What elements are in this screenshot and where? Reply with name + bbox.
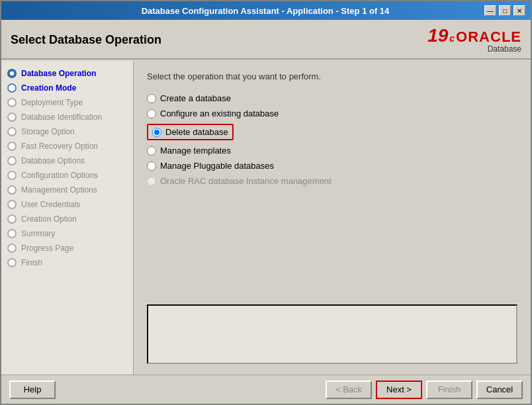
content-area: Database Operation Creation Mode Deploym…	[1, 61, 531, 375]
main-content: Select the operation that you want to pe…	[134, 61, 531, 375]
sidebar-item-summary: Summary	[1, 226, 133, 241]
minimize-button[interactable]: —	[484, 5, 496, 16]
step-icon-creation-mode	[7, 83, 17, 93]
radio-oracle-rac-label: Oracle RAC database Instance management	[160, 176, 332, 186]
finish-button[interactable]: Finish	[426, 381, 472, 399]
main-description: Select the operation that you want to pe…	[147, 71, 517, 81]
oracle-subtitle: Database	[488, 45, 521, 53]
sidebar-item-creation-option: Creation Option	[1, 212, 133, 226]
step-icon-database-operation	[7, 68, 17, 79]
maximize-button[interactable]: □	[499, 5, 511, 16]
radio-create-database-label[interactable]: Create a database	[160, 93, 231, 103]
bottom-left: Help	[9, 381, 56, 399]
radio-configure-database-input[interactable]	[147, 109, 156, 118]
page-title: Select Database Operation	[11, 33, 161, 47]
step-icon-user-credentials	[7, 199, 17, 210]
sidebar-item-deployment-type: Deployment Type	[1, 95, 133, 110]
step-icon-database-identification	[7, 112, 17, 122]
window-controls: — □ ✕	[484, 5, 525, 16]
sidebar-item-fast-recovery: Fast Recovery Option	[1, 139, 133, 154]
help-button[interactable]: Help	[9, 381, 56, 399]
sidebar-label-fast-recovery: Fast Recovery Option	[21, 142, 98, 151]
step-icon-deployment-type	[7, 97, 17, 108]
radio-delete-database[interactable]: Delete database	[147, 124, 517, 140]
sidebar-label-storage-option: Storage Option	[21, 127, 75, 136]
sidebar-label-summary: Summary	[21, 229, 55, 238]
sidebar-item-database-identification: Database Identification	[1, 110, 133, 124]
oracle-version: 19	[427, 26, 448, 45]
step-icon-database-options	[7, 156, 17, 166]
step-icon-storage-option	[7, 126, 17, 137]
sidebar-label-creation-option: Creation Option	[21, 214, 77, 224]
sidebar-item-database-operation[interactable]: Database Operation	[1, 66, 133, 81]
sidebar-item-creation-mode[interactable]: Creation Mode	[1, 81, 133, 95]
back-button[interactable]: < Back	[326, 381, 372, 399]
sidebar: Database Operation Creation Mode Deploym…	[1, 61, 134, 375]
step-icon-summary	[7, 228, 17, 239]
radio-oracle-rac-input	[147, 177, 156, 186]
sidebar-item-user-credentials: User Credentials	[1, 197, 133, 212]
radio-delete-database-input[interactable]	[152, 128, 161, 137]
sidebar-label-deployment-type: Deployment Type	[21, 98, 83, 107]
oracle-brand: ORACLE	[456, 30, 521, 44]
step-icon-fast-recovery	[7, 141, 17, 152]
sidebar-item-management-options: Management Options	[1, 183, 133, 197]
radio-manage-pluggable-input[interactable]	[147, 161, 156, 171]
sidebar-label-progress-page: Progress Page	[21, 244, 73, 253]
next-button[interactable]: Next >	[376, 381, 422, 399]
radio-oracle-rac: Oracle RAC database Instance management	[147, 176, 517, 186]
radio-group: Create a database Configure an existing …	[147, 93, 517, 186]
radio-delete-database-label[interactable]: Delete database	[165, 127, 228, 137]
step-icon-configuration-options	[7, 170, 17, 181]
close-button[interactable]: ✕	[513, 5, 525, 16]
radio-manage-templates-input[interactable]	[147, 146, 156, 156]
bottom-bar: Help < Back Next > Finish Cancel	[1, 375, 531, 404]
sidebar-label-finish: Finish	[21, 258, 42, 267]
radio-create-database[interactable]: Create a database	[147, 93, 517, 103]
title-bar: Database Configuration Assistant - Appli…	[1, 1, 531, 20]
sidebar-item-progress-page: Progress Page	[1, 241, 133, 255]
radio-manage-templates[interactable]: Manage templates	[147, 146, 517, 156]
radio-manage-pluggable[interactable]: Manage Pluggable databases	[147, 161, 517, 171]
step-icon-finish	[7, 257, 17, 268]
main-window: Database Configuration Assistant - Appli…	[0, 0, 532, 405]
sidebar-label-configuration-options: Configuration Options	[21, 171, 98, 180]
sidebar-label-creation-mode: Creation Mode	[21, 83, 76, 93]
sidebar-item-configuration-options: Configuration Options	[1, 168, 133, 183]
radio-manage-templates-label[interactable]: Manage templates	[160, 146, 231, 156]
sidebar-item-database-options: Database Options	[1, 154, 133, 168]
svg-point-0	[10, 71, 14, 75]
cancel-button[interactable]: Cancel	[476, 381, 523, 399]
bottom-right: < Back Next > Finish Cancel	[326, 381, 523, 399]
step-icon-creation-option	[7, 214, 17, 224]
radio-create-database-input[interactable]	[147, 94, 156, 103]
radio-configure-database-label[interactable]: Configure an existing database	[160, 109, 279, 118]
text-area-section	[147, 193, 517, 298]
sidebar-item-finish: Finish	[1, 255, 133, 270]
radio-configure-database[interactable]: Configure an existing database	[147, 109, 517, 118]
oracle-superscript: c	[449, 34, 455, 43]
sidebar-item-storage-option: Storage Option	[1, 124, 133, 139]
step-icon-progress-page	[7, 243, 17, 253]
sidebar-label-database-operation: Database Operation	[21, 69, 96, 78]
window-title: Database Configuration Assistant - Appli…	[46, 6, 484, 16]
page-header: Select Database Operation 19c ORACLE Dat…	[1, 20, 531, 59]
oracle-logo: 19c ORACLE Database	[427, 26, 521, 53]
info-text-area	[147, 304, 517, 364]
sidebar-label-management-options: Management Options	[21, 185, 97, 195]
radio-manage-pluggable-label[interactable]: Manage Pluggable databases	[160, 161, 274, 171]
sidebar-label-user-credentials: User Credentials	[21, 200, 80, 209]
delete-database-container: Delete database	[147, 124, 234, 140]
sidebar-label-database-identification: Database Identification	[21, 112, 102, 122]
sidebar-label-database-options: Database Options	[21, 156, 85, 165]
step-icon-management-options	[7, 185, 17, 195]
